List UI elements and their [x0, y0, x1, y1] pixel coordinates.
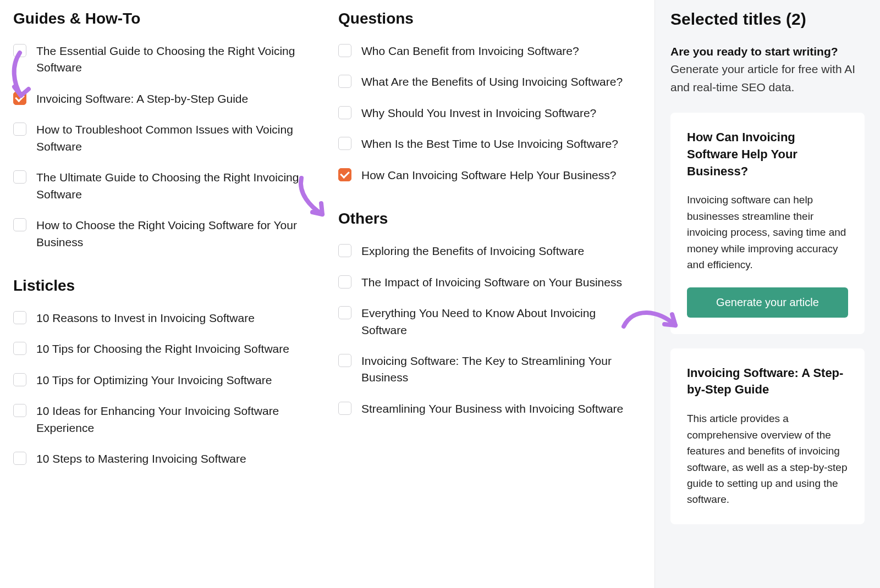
checkbox[interactable] [338, 306, 351, 319]
item-label: When Is the Best Time to Use Invoicing S… [361, 136, 618, 152]
section-title-listicles: Listicles [13, 277, 316, 295]
item-label: 10 Steps to Mastering Invoicing Software [36, 451, 246, 467]
sidebar-title: Selected titles (2) [670, 10, 865, 29]
section-title-guides: Guides & How-To [13, 10, 316, 27]
checkbox[interactable] [338, 402, 351, 415]
list-item[interactable]: When Is the Best Time to Use Invoicing S… [338, 136, 641, 152]
list-item[interactable]: Exploring the Benefits of Invoicing Soft… [338, 243, 641, 259]
item-label: Everything You Need to Know About Invoic… [361, 305, 641, 339]
checkbox[interactable] [13, 404, 26, 417]
checkbox[interactable] [13, 123, 26, 136]
checkbox[interactable] [13, 44, 26, 57]
list-item[interactable]: Streamlining Your Business with Invoicin… [338, 401, 641, 417]
column-left: Guides & How-To The Essential Guide to C… [13, 10, 316, 575]
item-label: How to Choose the Right Voicing Software… [36, 217, 316, 251]
list-item[interactable]: Invoicing Software: A Step-by-Step Guide [13, 91, 316, 107]
checkbox[interactable] [338, 44, 351, 57]
list-item[interactable]: The Impact of Invoicing Software on Your… [338, 274, 641, 291]
item-label: Who Can Benefit from Invoicing Software? [361, 43, 579, 59]
sidebar-prompt-text: Generate your article for free with AI a… [670, 60, 865, 96]
checkbox[interactable] [13, 452, 26, 465]
sidebar-selected-titles: Selected titles (2) Are you ready to sta… [654, 0, 880, 588]
checkbox[interactable] [338, 275, 351, 289]
card-desc: Invoicing software can help businesses s… [687, 192, 848, 273]
checkbox[interactable] [338, 168, 351, 181]
list-item[interactable]: How to Troubleshoot Common Issues with V… [13, 121, 316, 155]
checkbox[interactable] [13, 342, 26, 355]
item-label: Exploring the Benefits of Invoicing Soft… [361, 243, 584, 259]
checkbox[interactable] [338, 75, 351, 88]
list-item[interactable]: 10 Tips for Optimizing Your Invoicing So… [13, 372, 316, 389]
section-guides: Guides & How-To The Essential Guide to C… [13, 10, 316, 251]
checkbox[interactable] [338, 354, 351, 367]
generate-article-button[interactable]: Generate your article [687, 287, 848, 318]
checkbox[interactable] [338, 106, 351, 119]
selected-title-card: How Can Invoicing Software Help Your Bus… [670, 113, 865, 334]
card-desc: This article provides a comprehensive ov… [687, 411, 848, 508]
list-item[interactable]: Invoicing Software: The Key to Streamlin… [338, 353, 641, 386]
card-title: How Can Invoicing Software Help Your Bus… [687, 129, 848, 180]
item-label: Streamlining Your Business with Invoicin… [361, 401, 623, 417]
item-label: The Essential Guide to Choosing the Righ… [36, 43, 316, 76]
item-label: How to Troubleshoot Common Issues with V… [36, 121, 316, 155]
list-item[interactable]: Who Can Benefit from Invoicing Software? [338, 43, 641, 59]
list-item[interactable]: The Ultimate Guide to Choosing the Right… [13, 169, 316, 203]
list-item[interactable]: How Can Invoicing Software Help Your Bus… [338, 167, 641, 184]
item-label: The Ultimate Guide to Choosing the Right… [36, 169, 316, 203]
checkbox[interactable] [13, 92, 26, 105]
checkbox[interactable] [13, 373, 26, 386]
list-item[interactable]: What Are the Benefits of Using Invoicing… [338, 74, 641, 90]
list-item[interactable]: Why Should You Invest in Invoicing Softw… [338, 105, 641, 121]
item-label: 10 Reasons to Invest in Invoicing Softwa… [36, 310, 255, 326]
checkbox[interactable] [13, 170, 26, 184]
section-listicles: Listicles 10 Reasons to Invest in Invoic… [13, 277, 316, 468]
sidebar-prompt-question: Are you ready to start writing? [670, 45, 865, 58]
selected-title-card: Invoicing Software: A Step-by-Step Guide… [670, 348, 865, 524]
section-others: Others Exploring the Benefits of Invoici… [338, 210, 641, 417]
section-questions: Questions Who Can Benefit from Invoicing… [338, 10, 641, 184]
list-item[interactable]: The Essential Guide to Choosing the Righ… [13, 43, 316, 76]
item-label: 10 Tips for Choosing the Right Invoicing… [36, 341, 289, 357]
checkbox[interactable] [338, 244, 351, 257]
item-label: The Impact of Invoicing Software on Your… [361, 274, 622, 291]
checkbox[interactable] [13, 218, 26, 231]
list-item[interactable]: How to Choose the Right Voicing Software… [13, 217, 316, 251]
card-title: Invoicing Software: A Step-by-Step Guide [687, 365, 848, 399]
column-right: Questions Who Can Benefit from Invoicing… [338, 10, 641, 575]
section-title-others: Others [338, 210, 641, 228]
list-item[interactable]: 10 Ideas for Enhancing Your Invoicing So… [13, 403, 316, 436]
item-label: What Are the Benefits of Using Invoicing… [361, 74, 623, 90]
list-item[interactable]: 10 Tips for Choosing the Right Invoicing… [13, 341, 316, 357]
checkbox[interactable] [13, 311, 26, 324]
item-label: Invoicing Software: The Key to Streamlin… [361, 353, 641, 386]
item-label: Why Should You Invest in Invoicing Softw… [361, 105, 596, 121]
checkbox[interactable] [338, 137, 351, 150]
list-item[interactable]: 10 Steps to Mastering Invoicing Software [13, 451, 316, 467]
item-label: How Can Invoicing Software Help Your Bus… [361, 167, 616, 184]
item-label: 10 Tips for Optimizing Your Invoicing So… [36, 372, 272, 389]
item-label: Invoicing Software: A Step-by-Step Guide [36, 91, 248, 107]
list-item[interactable]: Everything You Need to Know About Invoic… [338, 305, 641, 339]
section-title-questions: Questions [338, 10, 641, 27]
item-label: 10 Ideas for Enhancing Your Invoicing So… [36, 403, 316, 436]
list-item[interactable]: 10 Reasons to Invest in Invoicing Softwa… [13, 310, 316, 326]
